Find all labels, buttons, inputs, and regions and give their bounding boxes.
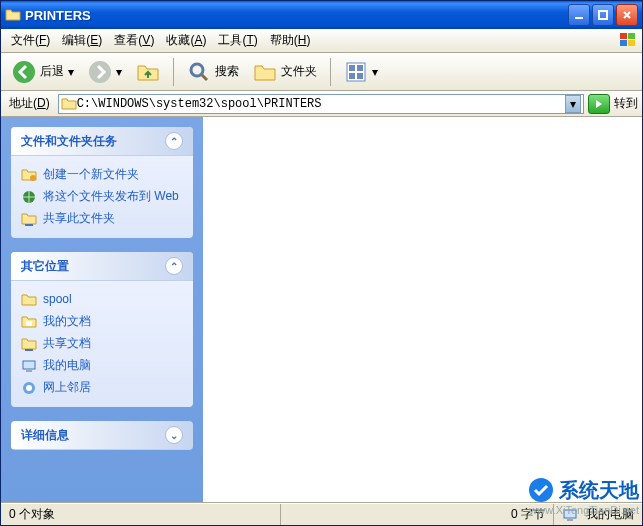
back-icon (12, 60, 36, 84)
svg-rect-1 (599, 11, 607, 19)
place-my-computer[interactable]: 我的电脑 (21, 355, 183, 377)
close-button[interactable] (616, 4, 638, 26)
svg-point-7 (89, 61, 111, 83)
svg-rect-16 (26, 321, 32, 326)
my-computer-icon (21, 358, 37, 374)
task-publish-web[interactable]: 将这个文件夹发布到 Web (21, 186, 183, 208)
address-path: C:\WINDOWS\system32\spool\PRINTERS (77, 97, 565, 111)
folder-icon (61, 96, 77, 112)
svg-rect-17 (23, 361, 35, 369)
menu-favorites[interactable]: 收藏(A) (160, 30, 212, 51)
svg-rect-4 (620, 40, 627, 46)
network-icon (21, 380, 37, 396)
svg-rect-18 (26, 370, 32, 372)
svg-point-14 (30, 175, 36, 181)
folders-label: 文件夹 (281, 63, 317, 80)
menu-edit[interactable]: 编辑(E) (56, 30, 108, 51)
task-share-folder[interactable]: 共享此文件夹 (21, 208, 183, 230)
file-list-area[interactable] (203, 117, 642, 502)
expand-button[interactable]: ⌄ (165, 426, 183, 444)
svg-rect-5 (628, 40, 635, 46)
place-my-documents[interactable]: 我的文档 (21, 311, 183, 333)
back-button[interactable]: 后退 ▾ (7, 57, 79, 87)
toolbar: 后退 ▾ ▾ 搜索 文件夹 ▾ (1, 53, 642, 91)
svg-rect-22 (567, 519, 573, 521)
my-computer-icon (562, 507, 578, 523)
svg-rect-2 (620, 33, 627, 39)
status-item-count: 0 个对象 (1, 504, 281, 525)
address-label: 地址(D) (5, 95, 54, 112)
search-icon (187, 60, 211, 84)
forward-icon (88, 60, 112, 84)
views-icon (344, 60, 368, 84)
window-title: PRINTERS (25, 8, 566, 23)
svg-rect-3 (628, 33, 635, 39)
up-button[interactable] (131, 57, 165, 87)
menu-file[interactable]: 文件(F) (5, 30, 56, 51)
panel-details: 详细信息 ⌄ (11, 421, 193, 450)
statusbar: 0 个对象 0 字节 我的电脑 (1, 503, 642, 525)
panel-other-places: 其它位置 ⌃ spool 我的文档 共享文档 (11, 252, 193, 407)
task-new-folder[interactable]: 创建一个新文件夹 (21, 164, 183, 186)
panel-title: 详细信息 (21, 427, 69, 444)
titlebar[interactable]: PRINTERS (1, 1, 642, 29)
status-zone: 我的电脑 (554, 504, 642, 525)
separator (173, 58, 174, 86)
go-label: 转到 (614, 95, 638, 112)
collapse-button[interactable]: ⌃ (165, 132, 183, 150)
folder-up-icon (136, 60, 160, 84)
menu-help[interactable]: 帮助(H) (264, 30, 317, 51)
address-combo[interactable]: C:\WINDOWS\system32\spool\PRINTERS ▾ (58, 94, 584, 114)
svg-point-6 (13, 61, 35, 83)
chevron-down-icon: ▾ (372, 65, 378, 79)
windows-flag-icon (618, 31, 638, 49)
svg-point-8 (191, 64, 203, 76)
menu-view[interactable]: 查看(V) (108, 30, 160, 51)
panel-title: 其它位置 (21, 258, 69, 275)
folder-icon (21, 292, 37, 308)
folder-icon (5, 7, 21, 23)
place-network[interactable]: 网上邻居 (21, 377, 183, 399)
place-spool[interactable]: spool (21, 289, 183, 311)
svg-rect-0 (575, 17, 583, 19)
views-button[interactable]: ▾ (339, 57, 383, 87)
forward-button[interactable]: ▾ (83, 57, 127, 87)
svg-rect-10 (349, 65, 355, 71)
search-label: 搜索 (215, 63, 239, 80)
go-button[interactable] (588, 94, 610, 114)
back-label: 后退 (40, 63, 64, 80)
maximize-button[interactable] (592, 4, 614, 26)
collapse-button[interactable]: ⌃ (165, 257, 183, 275)
panel-title: 文件和文件夹任务 (21, 133, 117, 150)
my-docs-icon (21, 314, 37, 330)
minimize-button[interactable] (568, 4, 590, 26)
shared-docs-icon (21, 336, 37, 352)
svg-point-20 (26, 385, 32, 391)
place-shared-documents[interactable]: 共享文档 (21, 333, 183, 355)
svg-rect-21 (564, 510, 576, 518)
globe-icon (21, 189, 37, 205)
panel-file-folder-tasks: 文件和文件夹任务 ⌃ 创建一个新文件夹 将这个文件夹发布到 Web 共享此文件夹 (11, 127, 193, 238)
svg-rect-11 (357, 65, 363, 71)
address-bar: 地址(D) C:\WINDOWS\system32\spool\PRINTERS… (1, 91, 642, 117)
address-dropdown[interactable]: ▾ (565, 95, 581, 113)
menu-tools[interactable]: 工具(T) (212, 30, 263, 51)
search-button[interactable]: 搜索 (182, 57, 244, 87)
status-size: 0 字节 (281, 504, 554, 525)
new-folder-icon (21, 167, 37, 183)
svg-rect-12 (349, 73, 355, 79)
tasks-sidebar: 文件和文件夹任务 ⌃ 创建一个新文件夹 将这个文件夹发布到 Web 共享此文件夹 (1, 117, 203, 502)
folders-button[interactable]: 文件夹 (248, 57, 322, 87)
svg-rect-13 (357, 73, 363, 79)
folders-icon (253, 60, 277, 84)
share-folder-icon (21, 211, 37, 227)
chevron-down-icon: ▾ (116, 65, 122, 79)
chevron-down-icon: ▾ (68, 65, 74, 79)
menubar: 文件(F) 编辑(E) 查看(V) 收藏(A) 工具(T) 帮助(H) (1, 29, 642, 53)
separator (330, 58, 331, 86)
